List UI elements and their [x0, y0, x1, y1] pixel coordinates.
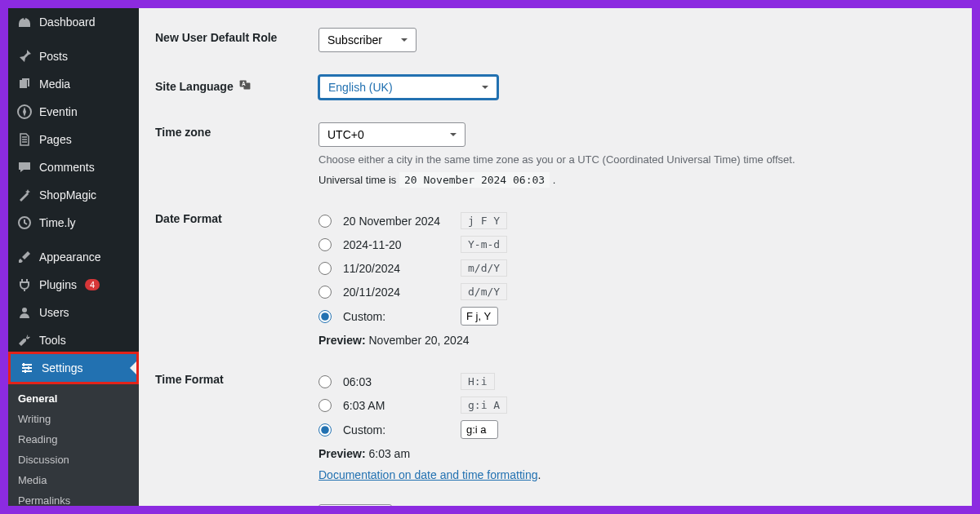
submenu-item-media[interactable]: Media — [8, 470, 139, 490]
sidebar-label: Pages — [39, 133, 72, 146]
time-radio-custom[interactable] — [318, 423, 332, 436]
sidebar-label: Settings — [42, 361, 83, 374]
time-option-0[interactable]: 06:03 H:i — [318, 370, 956, 393]
sidebar-label: ShopMagic — [39, 188, 96, 202]
wand-icon — [16, 187, 33, 203]
highlight-box: Settings — [8, 352, 139, 384]
label-date-format: Date Format — [155, 209, 318, 225]
date-sample: 20 November 2024 — [343, 215, 449, 228]
time-sample: 6:03 AM — [343, 399, 449, 412]
date-custom-label: Custom: — [343, 310, 449, 323]
time-preview: Preview: 6:03 am — [318, 447, 956, 460]
label-timezone: Time zone — [155, 122, 318, 139]
sidebar-item-shopmagic[interactable]: ShopMagic — [8, 181, 139, 209]
date-time-doc-link[interactable]: Documentation on date and time formattin… — [318, 468, 538, 481]
settings-general-panel: New User Default Role Subscriber Site La… — [139, 8, 972, 506]
sidebar-item-eventin[interactable]: Eventin — [8, 98, 139, 126]
row-site-language: Site Language A English (UK) — [155, 64, 956, 111]
sidebar-label: Media — [39, 78, 70, 91]
time-code: g:i A — [461, 397, 507, 414]
timezone-description: Choose either a city in the same time zo… — [318, 153, 956, 166]
settings-submenu: General Writing Reading Discussion Media… — [8, 382, 139, 506]
sidebar-item-users[interactable]: Users — [8, 299, 139, 326]
label-time-format: Time Format — [155, 370, 318, 386]
date-option-1[interactable]: 2024-11-20 Y-m-d — [318, 233, 956, 256]
sidebar-item-timely[interactable]: Time.ly — [8, 209, 139, 237]
sidebar-item-settings[interactable]: Settings — [11, 354, 136, 382]
date-code: m/d/Y — [461, 259, 507, 277]
brush-icon — [16, 249, 33, 265]
sidebar-label: Comments — [39, 161, 95, 174]
sidebar-label: Tools — [39, 334, 66, 347]
select-timezone[interactable]: UTC+0 — [318, 122, 466, 147]
label-new-user-role: New User Default Role — [155, 28, 318, 44]
date-sample: 11/20/2024 — [343, 262, 449, 275]
row-timezone: Time zone UTC+0 Choose either a city in … — [155, 111, 956, 197]
date-preview: Preview: November 20, 2024 — [318, 334, 956, 347]
clock-icon — [16, 215, 33, 231]
select-new-user-role[interactable]: Subscriber — [318, 28, 416, 52]
sidebar-label: Time.ly — [39, 216, 76, 229]
tools-icon — [16, 332, 33, 348]
sidebar-item-plugins[interactable]: Plugins 4 — [8, 271, 139, 299]
sidebar-item-appearance[interactable]: Appearance — [8, 243, 139, 271]
sidebar-item-tools[interactable]: Tools — [8, 326, 139, 354]
date-option-custom[interactable]: Custom: — [318, 304, 956, 329]
sidebar-item-pages[interactable]: Pages — [8, 126, 139, 153]
submenu-item-writing[interactable]: Writing — [8, 409, 139, 429]
submenu-item-discussion[interactable]: Discussion — [8, 450, 139, 470]
date-radio-0[interactable] — [318, 215, 332, 228]
users-icon — [16, 304, 33, 321]
universal-time-code: 20 November 2024 06:03 — [399, 172, 550, 188]
date-radio-custom[interactable] — [318, 310, 332, 323]
date-radio-2[interactable] — [318, 262, 332, 275]
svg-text:A: A — [242, 81, 246, 86]
time-radio-0[interactable] — [318, 375, 332, 388]
sidebar-label: Plugins — [39, 278, 77, 291]
time-custom-input[interactable] — [461, 420, 498, 439]
label-site-language: Site Language A — [155, 75, 318, 94]
submenu-item-permalinks[interactable]: Permalinks — [8, 490, 139, 506]
label-week-starts: Week Starts On — [155, 504, 318, 506]
submenu-item-reading[interactable]: Reading — [8, 429, 139, 450]
date-code: d/m/Y — [461, 283, 507, 300]
date-radio-3[interactable] — [318, 286, 332, 299]
date-code: Y-m-d — [461, 236, 507, 253]
date-option-2[interactable]: 11/20/2024 m/d/Y — [318, 256, 956, 280]
sidebar-item-posts[interactable]: Posts — [8, 42, 139, 70]
time-radio-1[interactable] — [318, 399, 332, 412]
row-new-user-role: New User Default Role Subscriber — [155, 16, 956, 64]
pages-icon — [16, 131, 33, 148]
time-code: H:i — [461, 373, 495, 390]
sidebar-item-dashboard[interactable]: Dashboard — [8, 8, 139, 36]
time-option-custom[interactable]: Custom: — [318, 417, 956, 442]
date-sample: 20/11/2024 — [343, 286, 449, 299]
svg-point-2 — [22, 308, 27, 312]
row-week-starts: Week Starts On Monday — [155, 493, 956, 506]
sidebar-item-comments[interactable]: Comments — [8, 153, 139, 181]
date-sample: 2024-11-20 — [343, 238, 449, 251]
compass-icon — [16, 104, 33, 120]
select-week-starts[interactable]: Monday — [318, 504, 392, 506]
dashboard-icon — [16, 14, 33, 30]
sidebar-label: Posts — [39, 50, 68, 63]
date-option-0[interactable]: 20 November 2024 j F Y — [318, 209, 956, 233]
date-custom-input[interactable] — [461, 307, 498, 326]
sidebar-label: Appearance — [39, 250, 101, 264]
plug-icon — [16, 277, 33, 293]
translate-icon: A — [238, 78, 252, 94]
row-time-format: Time Format 06:03 H:i 6:03 AM g:i A Cust… — [155, 358, 956, 493]
date-option-3[interactable]: 20/11/2024 d/m/Y — [318, 280, 956, 304]
time-option-1[interactable]: 6:03 AM g:i A — [318, 393, 956, 417]
sidebar-item-media[interactable]: Media — [8, 70, 139, 98]
sidebar-label: Dashboard — [39, 16, 96, 29]
sidebar-label: Eventin — [39, 105, 78, 118]
media-icon — [16, 76, 33, 92]
sidebar-label: Users — [39, 306, 69, 319]
pin-icon — [16, 48, 33, 64]
time-sample: 06:03 — [343, 375, 449, 388]
date-radio-1[interactable] — [318, 238, 332, 251]
select-site-language[interactable]: English (UK) — [318, 75, 498, 100]
date-code: j F Y — [461, 212, 507, 229]
submenu-item-general[interactable]: General — [8, 388, 139, 409]
